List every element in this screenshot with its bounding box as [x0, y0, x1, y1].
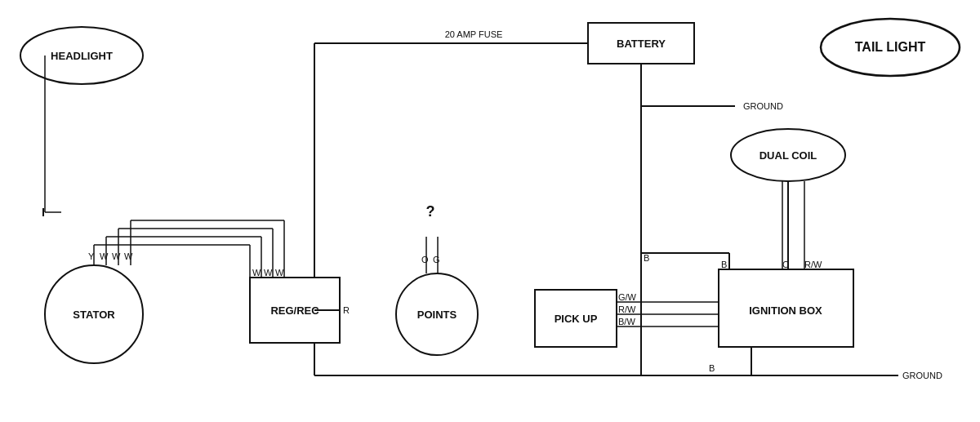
wire-b2: B: [709, 363, 715, 373]
wire-bw: B/W: [618, 317, 635, 326]
ground1-label: GROUND: [743, 101, 783, 111]
wire-rw: R/W: [804, 260, 822, 269]
wire-w4: W: [252, 268, 261, 278]
stator-label: STATOR: [73, 309, 115, 321]
wire-w3: W: [124, 251, 133, 261]
reg-rec-label: REG/REC: [270, 304, 319, 317]
wire-o: O: [421, 255, 429, 264]
wire-b-ign: B: [721, 260, 727, 269]
wire-b: B: [644, 253, 649, 263]
taillight-label: TAIL LIGHT: [855, 40, 926, 54]
wire-gw: G/W: [618, 292, 637, 302]
pick-up-label: PICK UP: [555, 313, 598, 325]
wire-w5: W: [264, 268, 273, 278]
wire-o2: O: [782, 260, 790, 269]
ground2-label: GROUND: [902, 371, 942, 380]
wire-y: Y: [88, 251, 95, 261]
wire-w6: W: [275, 268, 284, 278]
points-label: POINTS: [417, 309, 457, 321]
wire-w2: W: [112, 251, 121, 261]
fuse-label: 20 AMP FUSE: [445, 29, 503, 39]
ignition-box-label: IGNITION BOX: [749, 304, 822, 317]
wire-rw2: R/W: [618, 304, 636, 314]
headlight-label: HEADLIGHT: [51, 50, 113, 62]
question-mark: ?: [426, 203, 435, 220]
wire-r: R: [343, 305, 350, 315]
dual-coil-label: DUAL COIL: [760, 149, 817, 162]
wire-g: G: [433, 255, 440, 264]
battery-label: BATTERY: [617, 38, 666, 50]
wire-w1: W: [100, 251, 109, 261]
